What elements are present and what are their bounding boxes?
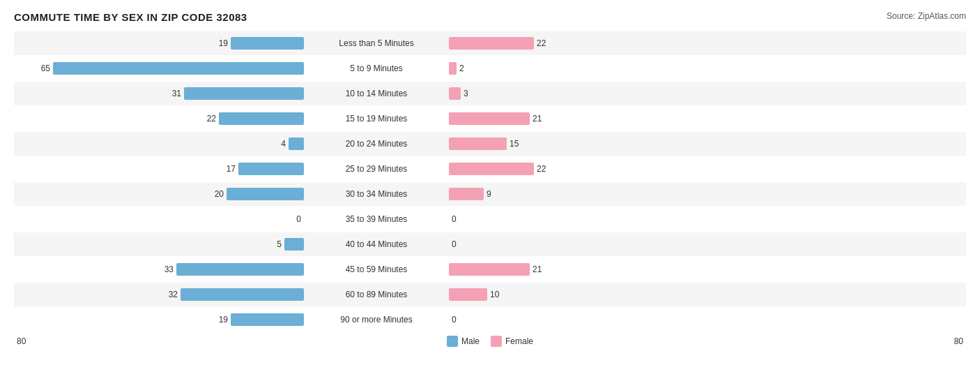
female-value: 0: [452, 315, 468, 325]
left-section: 5: [14, 238, 307, 251]
female-value: 0: [452, 239, 468, 249]
male-value: 32: [161, 290, 178, 299]
left-section: 32: [14, 288, 307, 301]
row-label: 45 to 59 Minutes: [307, 265, 446, 274]
male-bar: [289, 137, 304, 150]
male-value: 31: [164, 89, 181, 98]
row-label: 20 to 24 Minutes: [307, 139, 446, 149]
left-section: 31: [14, 87, 307, 100]
chart-row: 0 35 to 39 Minutes 0: [14, 207, 966, 231]
left-section: 20: [14, 188, 307, 200]
female-bar: [449, 288, 487, 301]
male-value: 19: [211, 315, 228, 325]
legend-row: 80 Male Female 80: [14, 336, 966, 347]
left-section: 17: [14, 163, 307, 175]
male-bar: [231, 313, 304, 326]
female-bar: [449, 87, 461, 100]
row-label: 10 to 14 Minutes: [307, 89, 446, 98]
right-section: 15: [446, 137, 739, 150]
male-value: 17: [219, 164, 236, 174]
row-label: 60 to 89 Minutes: [307, 290, 446, 299]
left-section: 65: [14, 62, 307, 75]
left-section: 33: [14, 263, 307, 276]
male-value: 33: [157, 265, 174, 274]
right-section: 0: [446, 238, 739, 251]
right-section: 0: [446, 213, 739, 225]
male-value: 0: [284, 214, 301, 224]
male-value: 5: [265, 239, 282, 249]
female-value: 22: [537, 38, 553, 48]
female-legend-box: [491, 336, 502, 347]
right-section: 3: [446, 87, 739, 100]
chart-row: 65 5 to 9 Minutes 2: [14, 57, 966, 80]
right-section: 9: [446, 188, 739, 200]
right-section: 21: [446, 263, 739, 276]
male-bar: [181, 288, 304, 301]
male-bar: [284, 238, 304, 251]
male-value: 4: [269, 139, 286, 149]
axis-right-label: 80: [935, 336, 963, 346]
male-value: 22: [199, 114, 216, 124]
chart-row: 32 60 to 89 Minutes 10: [14, 283, 966, 306]
chart-row: 20 30 to 34 Minutes 9: [14, 182, 966, 206]
legend-male: Male: [447, 336, 480, 347]
male-bar: [176, 263, 304, 276]
male-value: 19: [211, 38, 228, 48]
left-section: 0: [14, 213, 307, 225]
female-value: 22: [537, 164, 553, 174]
female-legend-label: Female: [505, 336, 533, 346]
chart-row: 17 25 to 29 Minutes 22: [14, 157, 966, 181]
female-bar: [449, 137, 507, 150]
source-label: Source: ZipAtlas.com: [887, 11, 966, 21]
left-section: 19: [14, 313, 307, 326]
chart-row: 33 45 to 59 Minutes 21: [14, 258, 966, 281]
chart-area: 19 Less than 5 Minutes 22 65 5 to 9 Minu…: [14, 31, 966, 347]
chart-row: 19 Less than 5 Minutes 22: [14, 31, 966, 55]
legend-center: Male Female: [447, 336, 533, 347]
female-bar: [449, 62, 457, 75]
female-bar: [449, 263, 530, 276]
female-value: 0: [452, 214, 468, 224]
row-label: 40 to 44 Minutes: [307, 239, 446, 249]
right-section: 21: [446, 112, 739, 125]
left-section: 4: [14, 137, 307, 150]
chart-row: 22 15 to 19 Minutes 21: [14, 107, 966, 131]
female-value: 21: [533, 265, 549, 274]
row-label: 15 to 19 Minutes: [307, 114, 446, 124]
chart-row: 5 40 to 44 Minutes 0: [14, 232, 966, 256]
male-legend-box: [447, 336, 458, 347]
chart-title: COMMUTE TIME BY SEX IN ZIP CODE 32083: [14, 11, 247, 23]
axis-left-label: 80: [17, 336, 45, 346]
right-section: 22: [446, 163, 739, 175]
row-label: Less than 5 Minutes: [307, 38, 446, 48]
male-bar: [238, 163, 304, 175]
legend-female: Female: [491, 336, 533, 347]
left-section: 22: [14, 112, 307, 125]
female-value: 21: [533, 114, 549, 124]
row-label: 90 or more Minutes: [307, 315, 446, 325]
right-section: 0: [446, 313, 739, 326]
female-bar: [449, 188, 484, 200]
female-value: 3: [464, 89, 480, 98]
female-value: 10: [490, 290, 507, 299]
male-bar: [219, 112, 304, 125]
left-section: 19: [14, 37, 307, 50]
male-value: 65: [33, 64, 50, 73]
female-bar: [449, 163, 534, 175]
female-bar: [449, 112, 530, 125]
chart-row: 4 20 to 24 Minutes 15: [14, 132, 966, 156]
row-label: 25 to 29 Minutes: [307, 164, 446, 174]
male-bar: [227, 188, 304, 200]
row-label: 35 to 39 Minutes: [307, 214, 446, 224]
female-bar: [449, 37, 534, 50]
right-section: 2: [446, 62, 739, 75]
male-value: 20: [207, 189, 224, 199]
female-value: 15: [510, 139, 526, 149]
male-bar: [53, 62, 304, 75]
right-section: 10: [446, 288, 739, 301]
female-value: 9: [487, 189, 503, 199]
chart-row: 31 10 to 14 Minutes 3: [14, 82, 966, 105]
male-bar: [184, 87, 304, 100]
chart-row: 19 90 or more Minutes 0: [14, 308, 966, 332]
female-value: 2: [459, 64, 476, 73]
